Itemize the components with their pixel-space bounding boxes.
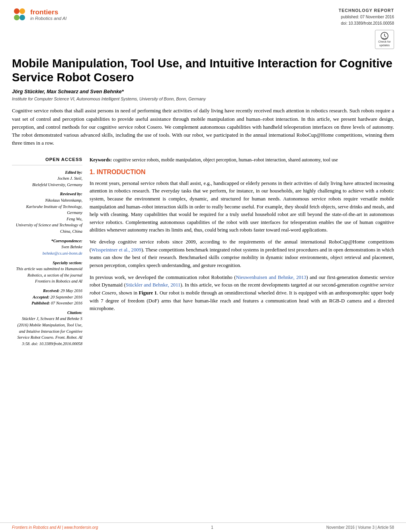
logo-frontiers-label: frontiers xyxy=(30,8,67,16)
section-1-para-1: In recent years, personal service robots… xyxy=(90,180,394,234)
section-1-para-2: We develop cognitive service robots sinc… xyxy=(90,238,394,270)
logo-sub-label: in Robotics and AI xyxy=(30,16,67,21)
reviewer-2-affil: University of Science and Technology of … xyxy=(12,222,82,234)
published-date-left: 07 November 2016 xyxy=(51,301,82,305)
ref-nieuwenhuisen[interactable]: Nieuwenhuisen and Behnke, 2013 xyxy=(236,275,306,280)
right-column: Keywords: cognitive service robots, mobi… xyxy=(90,157,394,350)
correspondence-section: *Correspondence: Sven Behnke behnke@cs.u… xyxy=(12,238,82,257)
section-1-heading: 1. INTRODUCTION xyxy=(90,169,394,176)
specialty-text: This article was submitted to Humanoid R… xyxy=(12,266,82,285)
page-footer: Frontiers in Robotics and AI | www.front… xyxy=(0,522,406,532)
keywords-label: Keywords: xyxy=(90,157,112,163)
dates-section: Received: 29 May 2016 Accepted: 20 Septe… xyxy=(12,288,82,306)
page-header: frontiers in Robotics and AI TECHNOLOGY … xyxy=(0,0,406,53)
header-meta: TECHNOLOGY REPORT published: 07 November… xyxy=(339,7,394,27)
open-access-label: OPEN ACCESS xyxy=(12,157,82,162)
edited-by-section: Edited by: Jochen J. Steil, Bielefeld Un… xyxy=(12,169,82,188)
edited-by-label: Edited by: xyxy=(12,169,82,176)
correspondence-name: Sven Behnke xyxy=(12,244,82,250)
check-updates-icon xyxy=(380,31,389,40)
published-label: Published: xyxy=(31,301,50,305)
accepted-date: 20 September 2016 xyxy=(51,295,82,299)
correspondence-email[interactable]: behnke@cs.uni-bonn.de xyxy=(12,250,82,257)
article-title: Mobile Manipulation, Tool Use, and Intui… xyxy=(12,56,394,84)
specialty-label: Specialty section: xyxy=(12,260,82,266)
report-type-label: TECHNOLOGY REPORT xyxy=(339,7,394,14)
citation-label: Citation: xyxy=(12,310,82,316)
check-updates-badge: Check for updates xyxy=(375,30,394,49)
frontiers-logo-icon xyxy=(12,7,27,22)
title-section: Mobile Manipulation, Tool Use, and Intui… xyxy=(0,56,406,157)
section-1-para-3: In previous work, we developed the commu… xyxy=(90,274,394,313)
ref-wisspeintner[interactable]: Wisspeintner et al., 2009 xyxy=(91,247,141,253)
main-content: OPEN ACCESS Edited by: Jochen J. Steil, … xyxy=(0,157,406,350)
reviewer-2-name: Feng Wu, xyxy=(12,216,82,222)
received-date: 29 May 2016 xyxy=(61,289,82,293)
correspondence-label: *Correspondence: xyxy=(12,238,82,244)
reviewer-1-affil: Karlsruhe Institute of Technology, Germa… xyxy=(12,204,82,216)
affiliation: Institute for Computer Science VI, Auton… xyxy=(12,96,394,101)
page: frontiers in Robotics and AI TECHNOLOGY … xyxy=(0,0,406,532)
published-date: published: 07 November 2016 xyxy=(339,14,394,20)
svg-point-1 xyxy=(20,8,25,14)
reviewed-by-label: Reviewed by: xyxy=(12,191,82,197)
authors: Jörg Stückler, Max Schwarz and Sven Behn… xyxy=(12,89,394,94)
doi-label: doi: 10.3389/frobt.2016.00058 xyxy=(339,20,394,27)
reviewer-1-name: Nikolaus Vahrenkamp, xyxy=(12,197,82,204)
svg-point-3 xyxy=(20,15,25,20)
accepted-label: Accepted: xyxy=(33,295,49,299)
footer-right: November 2016 | Volume 3 | Article 58 xyxy=(326,525,394,530)
keywords-text: cognitive service robots, mobile manipul… xyxy=(113,157,338,163)
citation-text: Stückler J, Schwarz M and Behnke S (2016… xyxy=(12,316,82,347)
left-column: OPEN ACCESS Edited by: Jochen J. Steil, … xyxy=(12,157,90,350)
logo-area: frontiers in Robotics and AI xyxy=(12,7,67,22)
citation-section: Citation: Stückler J, Schwarz M and Behn… xyxy=(12,310,82,347)
abstract-text: Cognitive service robots that shall assi… xyxy=(12,107,394,147)
svg-point-2 xyxy=(14,15,20,20)
divider-1 xyxy=(12,165,82,165)
svg-point-0 xyxy=(14,8,20,14)
reviewed-by-section: Reviewed by: Nikolaus Vahrenkamp, Karlsr… xyxy=(12,191,82,234)
check-updates-label: Check for updates xyxy=(375,40,394,47)
ref-stuckler[interactable]: Stückler and Behnke, 2011 xyxy=(126,282,181,288)
edited-by-name: Jochen J. Steil, xyxy=(12,175,82,182)
footer-center: 1 xyxy=(211,525,213,530)
received-label: Received: xyxy=(43,289,60,293)
specialty-section: Specialty section: This article was subm… xyxy=(12,260,82,285)
logo-text: frontiers in Robotics and AI xyxy=(30,8,67,21)
keywords-section: Keywords: cognitive service robots, mobi… xyxy=(90,157,394,163)
footer-left: Frontiers in Robotics and AI | www.front… xyxy=(12,525,98,530)
edited-by-affil: Bielefeld University, Germany xyxy=(12,182,82,188)
